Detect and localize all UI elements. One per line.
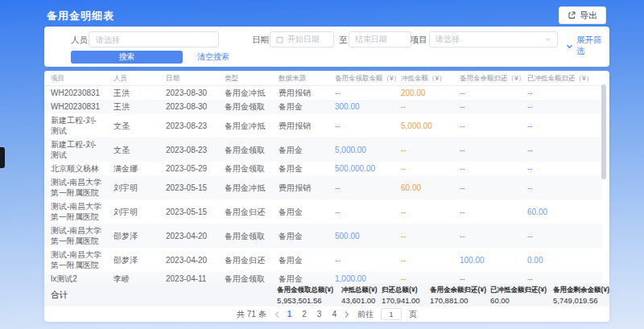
date-end-input[interactable]: 结束日期: [349, 31, 411, 47]
cell: 200.00: [394, 86, 453, 100]
cell: --: [453, 86, 521, 100]
cell: 费用报销: [272, 175, 328, 199]
cell: 费用报销: [272, 113, 328, 138]
table-row[interactable]: 测试-南昌大学第一附属医院邵梦泽2023-04-20备用金领取备用金500.00…: [44, 224, 602, 248]
cell: 60.00: [394, 175, 453, 199]
cell: 备用金领取: [218, 100, 272, 113]
cell: 费用报销: [272, 86, 328, 100]
cell: 500.00: [328, 224, 394, 248]
search-button[interactable]: 搜索: [71, 51, 183, 64]
table-row[interactable]: 测试-南昌大学第一附属医院刘宇明2023-05-15备用金冲抵费用报销--60.…: [44, 175, 602, 199]
column-header: 日期: [159, 72, 218, 86]
cell: 5,000.00: [328, 138, 394, 162]
cell: --: [453, 199, 521, 224]
cell: WH20230831: [44, 100, 107, 113]
table-row[interactable]: 新建工程-刘-测试文圣2023-08-23备用金领取备用金5,000.00---…: [44, 138, 602, 162]
summary-item-value: 5,953,501.56: [277, 296, 341, 305]
table-row[interactable]: 测试-南昌大学第一附属医院邵梦泽2023-04-20备用金归还备用金----10…: [44, 248, 602, 272]
summary-items: 备用金领取总额(¥)5,953,501.56冲抵总额(¥)43,601.00归还…: [277, 286, 609, 305]
cell: 备用金冲抵: [218, 175, 272, 199]
table-row[interactable]: 北京顺义杨林满金娜2023-05-29备用金领取备用金500,000.00---…: [44, 162, 602, 175]
summary-item-value: 170,881.00: [430, 296, 490, 305]
clear-search-link[interactable]: 清空搜索: [197, 51, 229, 63]
table-header-row: 项目人员日期类型数据来源备用金领取金额（¥）冲抵金额（¥）备用金余额归还（¥）已…: [44, 72, 602, 86]
data-table-panel: 项目人员日期类型数据来源备用金领取金额（¥）冲抵金额（¥）备用金余额归还（¥）已…: [44, 71, 609, 322]
column-header: 冲抵金额（¥）: [394, 72, 453, 86]
drawer-handle[interactable]: [0, 147, 5, 168]
cell: 文圣: [107, 113, 159, 138]
cell: --: [394, 138, 453, 162]
cell: 2023-04-20: [159, 248, 218, 272]
date-start-input[interactable]: 开始日期: [270, 31, 334, 47]
export-button[interactable]: 导出: [559, 6, 606, 24]
summary-row: 合计 备用金领取总额(¥)5,953,501.56冲抵总额(¥)43,601.0…: [44, 283, 609, 306]
pager-page-2[interactable]: 2: [302, 310, 307, 319]
cell: 测试-南昌大学第一附属医院: [44, 199, 107, 224]
table-scroll-area[interactable]: WH20230831王洪2023-08-30备用金冲抵费用报销--200.00-…: [44, 86, 609, 285]
cell: --: [394, 248, 453, 272]
table-row[interactable]: 新建工程-刘-测试文圣2023-08-23备用金冲抵费用报销--5,000.00…: [44, 113, 602, 138]
summary-item: 归还总额(¥)170,941.00: [382, 286, 430, 305]
pager-page-1[interactable]: 1: [287, 310, 292, 319]
pagination-total: 共 71 条: [237, 309, 266, 320]
pager-page-3[interactable]: 3: [317, 310, 322, 319]
cell: 2023-04-20: [159, 224, 218, 248]
pagination-bar: 共 71 条 1234 前往 页: [44, 306, 609, 322]
cell: --: [328, 86, 394, 100]
cell: --: [453, 100, 521, 113]
expand-filter-link[interactable]: 展开筛选: [566, 35, 609, 57]
date-start-placeholder: 开始日期: [287, 34, 320, 45]
cell: 备用金冲抵: [218, 113, 272, 138]
cell: 王洪: [107, 100, 159, 113]
cell: --: [394, 100, 453, 113]
project-placeholder: 请选择: [436, 34, 460, 45]
cell: --: [453, 162, 521, 175]
summary-item-value: 5,749,019.56: [553, 296, 609, 305]
cell: --: [328, 199, 394, 224]
cell: 测试-南昌大学第一附属医院: [44, 224, 107, 248]
cell: 300.00: [328, 100, 394, 113]
cell: 刘宇明: [107, 199, 159, 224]
filter-panel: 人员 日期 开始日期 至 结束日期 项目 请选择 展开筛选 搜索 清空搜索: [44, 27, 609, 67]
cell: --: [328, 248, 394, 272]
expand-filter-label: 展开筛选: [576, 35, 609, 57]
pager-page-4[interactable]: 4: [332, 310, 336, 319]
summary-item-value: 43,601.00: [341, 296, 382, 305]
cell: --: [521, 175, 602, 199]
cell: --: [394, 224, 453, 248]
column-header: 已冲抵金额归还（¥）: [521, 72, 602, 86]
goto-page-input[interactable]: [381, 308, 402, 320]
summary-item: 已冲抵金额归还(¥)60.00: [490, 286, 553, 305]
cell: 2023-08-23: [159, 138, 218, 162]
table-row[interactable]: WH20230831王洪2023-08-30备用金冲抵费用报销--200.00-…: [44, 86, 602, 100]
project-select[interactable]: 请选择: [429, 31, 558, 47]
cell: 邵梦泽: [107, 224, 159, 248]
table-body: WH20230831王洪2023-08-30备用金冲抵费用报销--200.00-…: [44, 86, 602, 285]
table-row[interactable]: WH20230831王洪2023-08-30备用金领取备用金300.00----…: [44, 100, 602, 113]
summary-item-label: 归还总额(¥): [382, 286, 430, 295]
cell: 测试-南昌大学第一附属医院: [44, 175, 107, 199]
cell: 备用金: [272, 138, 328, 162]
date-label: 日期: [252, 35, 269, 46]
cell: 60.00: [521, 199, 602, 224]
cell: 王洪: [107, 86, 159, 100]
chevron-left-icon[interactable]: [274, 310, 280, 319]
table-row[interactable]: 测试-南昌大学第一附属医院刘宇明2023-05-15备用金归还备用金------…: [44, 199, 602, 224]
person-select-input[interactable]: [89, 31, 219, 47]
vertical-scrollbar-thumb[interactable]: [601, 84, 606, 179]
column-header: 数据来源: [272, 72, 328, 86]
cell: 0.00: [521, 248, 602, 272]
goto-prefix-label: 前往: [357, 309, 374, 320]
export-icon: [568, 11, 576, 19]
cell: --: [453, 138, 521, 162]
cell: 北京顺义杨林: [44, 162, 107, 175]
cell: 满金娜: [107, 162, 159, 175]
column-header: 备用金余额归还（¥）: [453, 72, 521, 86]
reserve-fund-table: 项目人员日期类型数据来源备用金领取金额（¥）冲抵金额（¥）备用金余额归还（¥）已…: [44, 71, 602, 86]
chevron-right-icon[interactable]: [344, 310, 350, 319]
cell: 备用金领取: [218, 224, 272, 248]
column-header: 项目: [44, 72, 107, 86]
date-end-placeholder: 结束日期: [355, 34, 387, 45]
export-button-label: 导出: [580, 10, 597, 22]
cell: 新建工程-刘-测试: [44, 113, 107, 138]
